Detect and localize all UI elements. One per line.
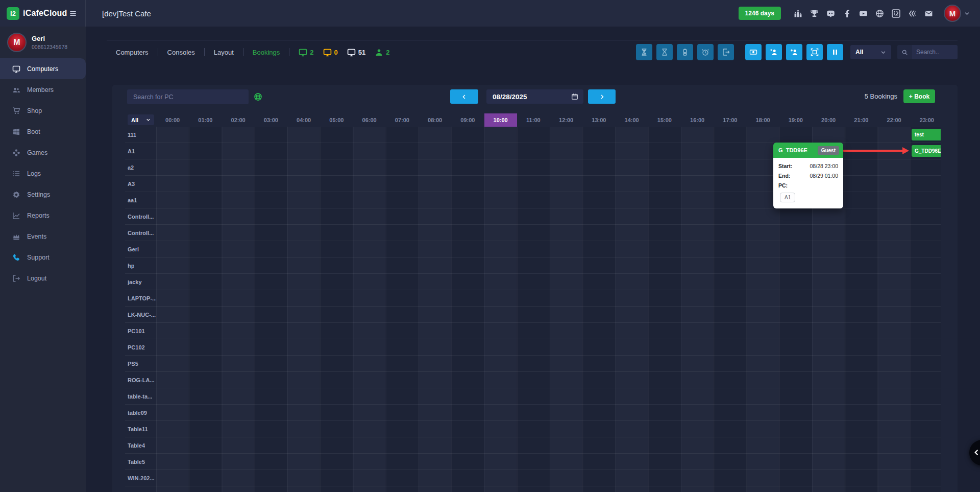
prev-day-button[interactable] [450, 89, 478, 104]
time-cell: 12:00 [550, 113, 582, 127]
chevron-down-icon [964, 11, 970, 16]
grid-row-table11[interactable]: Table11 [125, 421, 941, 437]
header-icon-links [794, 9, 933, 18]
date-picker[interactable] [486, 89, 583, 104]
grid-row-table4[interactable]: Table4 [125, 437, 941, 454]
grid-row-111[interactable]: 111 test [125, 127, 941, 143]
grid-row-table5[interactable]: Table5 [125, 454, 941, 470]
time-cell: 01:00 [189, 113, 222, 127]
content-toolbar: Computers Consoles Layout Bookings 2 0 [107, 43, 958, 61]
tab-layout[interactable]: Layout [205, 49, 243, 56]
ranking-icon[interactable] [794, 9, 802, 18]
sidebar-item-computers[interactable]: Computers [0, 58, 86, 79]
icafe-icon[interactable] [892, 9, 900, 18]
toolbar-pause-button[interactable] [827, 44, 843, 60]
logo-text: iCafeCloud [23, 9, 67, 18]
subscription-days-badge[interactable]: 1246 days [739, 7, 781, 20]
toolbar-alarm-button[interactable] [697, 44, 714, 60]
pc-filter-select[interactable]: All [128, 114, 154, 125]
grid-row-table-ta[interactable]: table-ta... [125, 388, 941, 405]
status-filter-select[interactable]: All [850, 45, 891, 59]
windows-icon [12, 128, 20, 136]
youtube-icon[interactable] [859, 9, 868, 18]
pause-icon [831, 48, 839, 56]
grid-row-win-eu[interactable]: WIN-EU... [125, 486, 941, 492]
grid-row-hp[interactable]: hp [125, 257, 941, 274]
monitor-icon [299, 48, 307, 57]
sidebar-item-shop[interactable]: Shop [0, 100, 86, 121]
booking-block[interactable]: G_TDD96E [912, 145, 941, 157]
grid-row-lk-nuc[interactable]: LK-NUC-... [125, 307, 941, 323]
collapse-panel-button[interactable] [969, 440, 980, 465]
app-logo[interactable]: i2 iCafeCloud [7, 7, 67, 20]
toolbar-add-member-button[interactable] [766, 44, 782, 60]
sidebar-item-events[interactable]: Events [0, 226, 86, 247]
sidebar-item-logs[interactable]: Logs [0, 163, 86, 184]
grid-row-laptop[interactable]: LAPTOP-... [125, 290, 941, 307]
tab-bookings[interactable]: Bookings [243, 49, 289, 56]
money-icon [749, 48, 757, 56]
mail-icon[interactable] [924, 9, 933, 18]
date-input[interactable] [486, 89, 583, 104]
next-day-button[interactable] [588, 89, 616, 104]
gear-icon [12, 191, 20, 199]
sidebar-item-reports[interactable]: Reports [0, 205, 86, 226]
crown-icon [12, 232, 20, 241]
avatar[interactable]: M [944, 5, 961, 22]
toolbar-money-button[interactable] [745, 44, 762, 60]
grid-row-ps5[interactable]: PS5 [125, 356, 941, 372]
time-cell: 10:00 [484, 113, 517, 127]
grid-row-controll[interactable]: Controll... [125, 225, 941, 241]
menu-icon[interactable] [68, 10, 78, 17]
row-label: ROG-LA... [128, 372, 155, 388]
tab-consoles[interactable]: Consoles [158, 49, 204, 56]
time-cell: 08:00 [419, 113, 451, 127]
sidebar-item-members[interactable]: Members [0, 79, 86, 100]
search-input[interactable] [912, 45, 958, 59]
grid-row-jacky[interactable]: jacky [125, 274, 941, 290]
globe-icon[interactable] [875, 9, 884, 18]
search-icon-button[interactable] [897, 45, 912, 59]
book-button[interactable]: + Book [903, 89, 935, 103]
grid-row-pc101[interactable]: PC101 [125, 323, 941, 339]
tab-computers[interactable]: Computers [107, 49, 158, 56]
grid-row-pc102[interactable]: PC102 [125, 339, 941, 356]
toolbar-screenshot-button[interactable] [806, 44, 823, 60]
sidebar-item-logout[interactable]: Logout [0, 268, 86, 289]
tooltip-field: PC: [778, 182, 838, 189]
globe-icon[interactable] [254, 92, 262, 101]
annotation-arrow [843, 147, 910, 154]
grid-row-geri[interactable]: Geri [125, 241, 941, 257]
counter-pcs-online: 2 [299, 48, 313, 57]
sidebar-item-support[interactable]: Support [0, 247, 86, 268]
guest-badge: Guest [818, 146, 839, 155]
pc-search-input[interactable] [127, 89, 249, 104]
games-icon [12, 149, 20, 157]
facebook-icon[interactable] [843, 9, 851, 18]
row-label: table-ta... [128, 388, 152, 405]
trophy-icon[interactable] [810, 9, 819, 18]
time-cell: 02:00 [222, 113, 255, 127]
booking-block[interactable]: test [912, 129, 941, 140]
sidebar-item-settings[interactable]: Settings [0, 184, 86, 205]
discord-icon[interactable] [826, 9, 835, 18]
toolbar-sign-out-button[interactable] [718, 44, 734, 60]
sidebar-item-boot[interactable]: Boot [0, 121, 86, 142]
user-menu[interactable]: M [944, 5, 970, 22]
row-label: Table11 [128, 421, 148, 437]
logout-icon [12, 274, 20, 283]
grid-row-controll[interactable]: Controll... [125, 208, 941, 225]
time-cell: 03:00 [255, 113, 287, 127]
toolbar-hourglass-button[interactable] [656, 44, 673, 60]
row-label: A1 [128, 143, 135, 159]
toolbar-battery-button[interactable] [677, 44, 693, 60]
grid-row-win-202[interactable]: WIN-202... [125, 470, 941, 486]
sidebar-item-games[interactable]: Games [0, 142, 86, 163]
toolbar-hourglass-filled-button[interactable] [636, 44, 652, 60]
layers-icon[interactable] [908, 9, 917, 18]
toolbar-add-guest-button[interactable] [786, 44, 802, 60]
grid-row-table09[interactable]: table09 [125, 405, 941, 421]
row-label: jacky [128, 274, 142, 290]
toolbar-divider [107, 40, 958, 40]
grid-row-rog-la[interactable]: ROG-LA... [125, 372, 941, 388]
